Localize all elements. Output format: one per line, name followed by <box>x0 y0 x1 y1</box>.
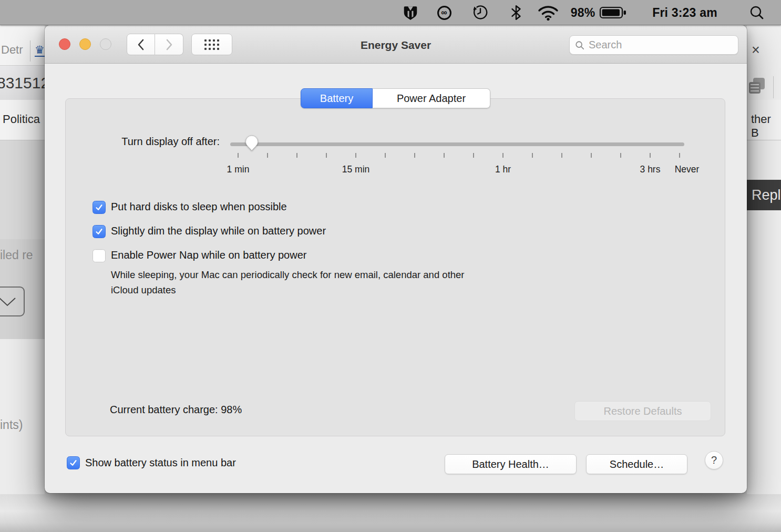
time-machine-icon[interactable] <box>469 0 492 25</box>
search-icon <box>575 40 584 50</box>
spotlight-search-icon[interactable] <box>744 0 769 25</box>
toolbar-divider <box>30 40 30 62</box>
tick-label-1hr: 1 hr <box>495 164 511 175</box>
display-off-slider-thumb[interactable] <box>244 135 259 151</box>
malwarebytes-icon[interactable] <box>399 0 422 25</box>
schedule-button[interactable]: Schedule… <box>586 454 687 474</box>
wifi-icon[interactable] <box>535 0 561 25</box>
background-bottom-strip: ng panics in graphics drivers, possibly … <box>0 494 781 532</box>
checkbox-show-battery-status[interactable] <box>67 456 80 469</box>
reply-button[interactable]: Repl <box>747 180 781 210</box>
display-off-slider-track[interactable] <box>230 142 684 146</box>
reply-button-label: Repl <box>752 187 781 203</box>
background-divider <box>773 76 774 98</box>
energy-saver-window: Energy Saver Battery Power Adapter Turn … <box>45 25 747 493</box>
help-button[interactable]: ? <box>705 451 723 469</box>
search-input[interactable] <box>589 39 733 51</box>
background-right-area: × <box>747 25 781 494</box>
battery-percent-text: 98% <box>568 0 598 25</box>
battery-icon[interactable] <box>598 0 629 25</box>
checkbox-power-nap[interactable] <box>93 249 106 262</box>
checkbox-power-nap-label: Enable Power Nap while on battery power <box>111 249 306 261</box>
background-right-strip: ther B <box>747 100 781 140</box>
background-other-text: ther B <box>751 112 781 140</box>
copy-pages-icon[interactable] <box>749 78 766 95</box>
menu-bar: ∞ 98% Fri 3:23 am <box>0 0 781 25</box>
crown-favicon-icon: ♛ <box>35 44 45 57</box>
battery-health-button[interactable]: Battery Health… <box>445 454 577 474</box>
tick-label-1min: 1 min <box>227 164 250 175</box>
background-number-text: 831512 <box>0 74 49 92</box>
background-tab-text: Detr <box>1 43 23 57</box>
tab-power-adapter[interactable]: Power Adapter <box>373 88 490 108</box>
chevron-down-icon <box>0 296 16 307</box>
checkbox-dim-display-label: Slightly dim the display while on batter… <box>111 225 326 237</box>
tick-label-15min: 15 min <box>342 164 370 175</box>
background-number-strip: 831512 <box>0 66 45 100</box>
background-left-lower: ints) <box>0 339 45 494</box>
background-dropdown-button[interactable] <box>0 287 25 316</box>
checkbox-hard-disks-sleep-label: Put hard disks to sleep when possible <box>111 201 287 213</box>
background-browser-toolbar: Detr ♛ <box>0 25 45 66</box>
display-off-slider-label: Turn display off after: <box>66 136 220 148</box>
battery-charge-text: Current battery charge: 98% <box>110 404 242 416</box>
background-politica-strip: Politica <box>0 100 45 140</box>
bluetooth-icon[interactable] <box>507 0 526 25</box>
tab-battery[interactable]: Battery <box>301 88 373 108</box>
restore-defaults-button: Restore Defaults <box>574 401 711 421</box>
background-politica-text: Politica <box>3 112 40 126</box>
tick-label-never: Never <box>675 164 700 175</box>
adobe-creative-cloud-icon[interactable]: ∞ <box>433 0 455 25</box>
checkbox-hard-disks-sleep[interactable] <box>93 201 106 214</box>
close-icon[interactable]: × <box>752 42 760 58</box>
power-nap-note: While sleeping, your Mac can periodicall… <box>111 267 594 298</box>
checkbox-show-battery-status-label: Show battery status in menu bar <box>85 457 236 469</box>
tick-label-3hrs: 3 hrs <box>640 164 661 175</box>
search-field[interactable] <box>569 35 738 55</box>
tab-bar: Battery Power Adapter <box>301 88 490 108</box>
battery-settings-panel: Turn display off after: 1 min 15 min 1 h… <box>65 98 725 436</box>
menu-bar-clock[interactable]: Fri 3:23 am <box>639 0 731 25</box>
background-detailed-text: iled re <box>0 248 33 262</box>
checkbox-dim-display[interactable] <box>93 225 106 238</box>
window-titlebar[interactable]: Energy Saver <box>45 25 747 64</box>
background-points-text: ints) <box>0 418 23 432</box>
